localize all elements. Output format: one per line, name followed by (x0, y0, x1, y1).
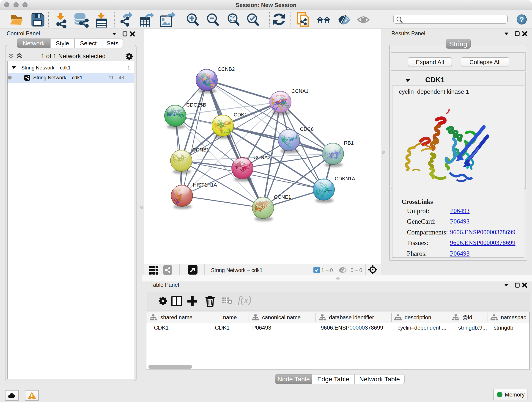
svg-text:CCNA2: CCNA2 (253, 154, 271, 160)
svg-text:CCNB2: CCNB2 (218, 66, 235, 72)
svg-text:CDKN1A: CDKN1A (335, 176, 355, 182)
svg-text:CDC25B: CDC25B (186, 102, 206, 108)
svg-text:CCNB1: CCNB1 (192, 147, 209, 153)
svg-text:HIST1H1A: HIST1H1A (193, 182, 217, 188)
svg-text:CCNA1: CCNA1 (291, 88, 309, 94)
svg-text:CCNE1: CCNE1 (274, 194, 291, 200)
svg-text:RB1: RB1 (344, 140, 354, 146)
svg-text:CDC6: CDC6 (300, 126, 314, 132)
svg-text:CDK1: CDK1 (234, 112, 247, 118)
